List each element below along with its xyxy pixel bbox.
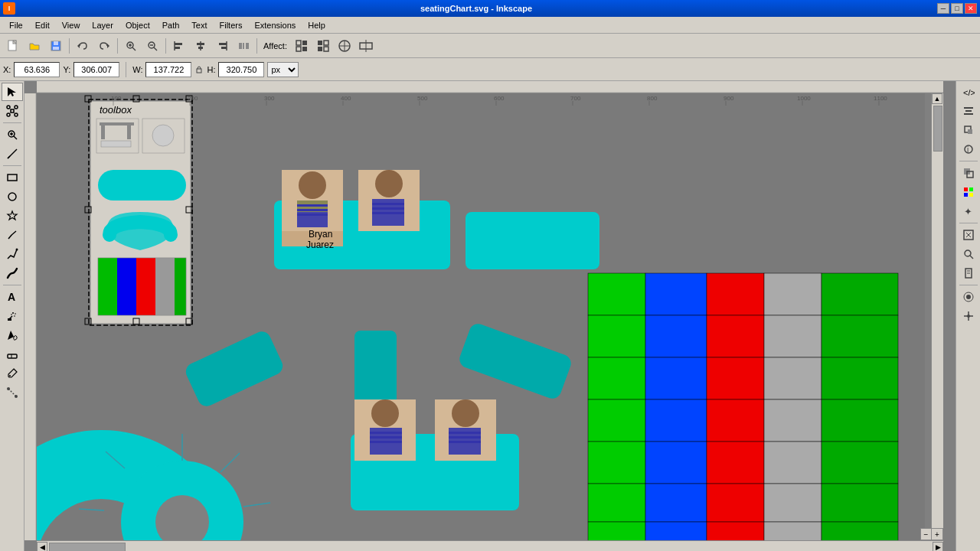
svg-rect-144 xyxy=(707,273,764,315)
fill-stroke-button[interactable] xyxy=(958,164,979,182)
zoom-page-button[interactable] xyxy=(958,264,979,282)
zoom-fit-button[interactable] xyxy=(958,226,979,244)
svg-rect-71 xyxy=(24,93,37,540)
affect-btn4[interactable] xyxy=(356,37,376,55)
svg-rect-82 xyxy=(101,141,131,147)
swatches-button[interactable] xyxy=(958,183,979,201)
scroll-up-button[interactable]: ▲ xyxy=(932,93,942,104)
svg-rect-164 xyxy=(707,442,764,484)
save-button[interactable] xyxy=(46,37,66,55)
new-button[interactable] xyxy=(3,37,23,55)
align-right-button[interactable] xyxy=(212,37,232,55)
text-tool[interactable]: A xyxy=(2,288,23,306)
menu-layer[interactable]: Layer xyxy=(86,19,119,31)
svg-rect-30 xyxy=(302,47,307,51)
select-tool[interactable] xyxy=(2,83,23,101)
undo-button[interactable] xyxy=(73,37,93,55)
redo-button[interactable] xyxy=(94,37,114,55)
scroll-right-button[interactable]: ▶ xyxy=(933,542,943,552)
separator-2 xyxy=(117,38,118,54)
zoom-out-button[interactable] xyxy=(142,37,162,55)
menu-object[interactable]: Object xyxy=(119,19,156,31)
canvas-container[interactable]: toolbox xyxy=(24,81,956,551)
open-button[interactable] xyxy=(24,37,44,55)
fill-tool[interactable] xyxy=(2,326,23,344)
svg-rect-62 xyxy=(8,318,11,321)
affect-btn3[interactable] xyxy=(335,37,354,55)
svg-text:400: 400 xyxy=(341,95,351,102)
maximize-button[interactable]: □ xyxy=(951,3,963,14)
eraser-tool[interactable] xyxy=(2,345,23,364)
snap-button-2[interactable] xyxy=(958,307,979,325)
zoom-out-small[interactable]: − xyxy=(921,529,932,540)
lock-icon[interactable] xyxy=(194,65,204,74)
measure-tool[interactable] xyxy=(2,145,23,163)
xml-editor-button[interactable]: </> xyxy=(958,83,979,101)
svg-rect-107 xyxy=(297,204,328,207)
svg-rect-170 xyxy=(764,484,822,522)
svg-rect-151 xyxy=(822,315,898,357)
x-input[interactable] xyxy=(14,62,60,77)
calligraphy-tool[interactable] xyxy=(2,264,23,282)
menu-extensions[interactable]: Extensions xyxy=(248,19,302,31)
h-input[interactable] xyxy=(218,62,264,77)
coordbar: X: Y: W: H: pxmmcminpt xyxy=(0,58,980,81)
pencil-tool[interactable] xyxy=(2,226,23,244)
svg-point-124 xyxy=(371,399,399,427)
symbols-button[interactable]: ✦ xyxy=(958,202,979,220)
svg-rect-143 xyxy=(645,273,707,315)
svg-rect-29 xyxy=(296,47,301,51)
vscroll-thumb[interactable] xyxy=(933,106,942,152)
horizontal-scrollbar[interactable]: ◀ ▶ xyxy=(37,540,943,551)
menu-text[interactable]: Text xyxy=(185,19,213,31)
svg-rect-91 xyxy=(175,258,186,315)
scroll-left-button[interactable]: ◀ xyxy=(37,542,47,552)
align-distribute-button[interactable] xyxy=(958,102,979,120)
menu-file[interactable]: File xyxy=(3,19,29,31)
window-controls: ─ □ ✕ xyxy=(937,3,977,14)
minimize-button[interactable]: ─ xyxy=(937,3,949,14)
circle-tool[interactable] xyxy=(2,187,23,206)
vertical-scrollbar[interactable]: ▲ ▼ xyxy=(931,93,943,540)
align-left-button[interactable] xyxy=(169,37,189,55)
rect-tool[interactable] xyxy=(2,168,23,187)
zoom-in-button[interactable] xyxy=(121,37,141,55)
pen-tool[interactable] xyxy=(2,245,23,263)
tool-separator-1 xyxy=(3,122,21,123)
menu-edit[interactable]: Edit xyxy=(29,19,56,31)
spray-tool[interactable] xyxy=(2,307,23,325)
unit-select[interactable]: pxmmcminpt xyxy=(267,62,299,77)
zoom-1to1-button[interactable] xyxy=(958,245,979,263)
node-tool[interactable] xyxy=(2,102,23,120)
menu-filters[interactable]: Filters xyxy=(214,19,249,31)
svg-point-84 xyxy=(152,125,174,146)
align-center-button[interactable] xyxy=(191,37,211,55)
hscroll-thumb[interactable] xyxy=(49,543,126,552)
w-input[interactable] xyxy=(145,62,191,77)
svg-rect-28 xyxy=(302,41,307,45)
eyedropper-tool[interactable] xyxy=(2,364,23,383)
ruler-top-svg xyxy=(37,81,943,93)
svg-point-226 xyxy=(967,315,970,318)
close-button[interactable]: ✕ xyxy=(965,3,977,14)
zoom-tool[interactable] xyxy=(2,126,23,144)
svg-point-54 xyxy=(8,193,16,201)
svg-rect-113 xyxy=(372,203,404,205)
star-tool[interactable] xyxy=(2,207,23,225)
menu-help[interactable]: Help xyxy=(302,19,332,31)
svg-text:200: 200 xyxy=(188,95,198,102)
canvas-svg[interactable]: toolbox xyxy=(37,93,925,551)
distribute-button[interactable] xyxy=(234,37,253,55)
snap-button-1[interactable] xyxy=(958,288,979,306)
menu-path[interactable]: Path xyxy=(156,19,186,31)
y-input[interactable] xyxy=(74,62,119,77)
transform-button[interactable] xyxy=(958,121,979,139)
affect-btn2[interactable] xyxy=(313,37,333,55)
svg-rect-26 xyxy=(246,43,249,49)
object-properties-button[interactable]: i xyxy=(958,140,979,158)
zoom-in-small[interactable]: + xyxy=(932,529,942,540)
menu-view[interactable]: View xyxy=(56,19,87,31)
affect-btn1[interactable] xyxy=(292,37,312,55)
connector-tool[interactable] xyxy=(2,383,23,402)
svg-rect-127 xyxy=(370,436,402,439)
